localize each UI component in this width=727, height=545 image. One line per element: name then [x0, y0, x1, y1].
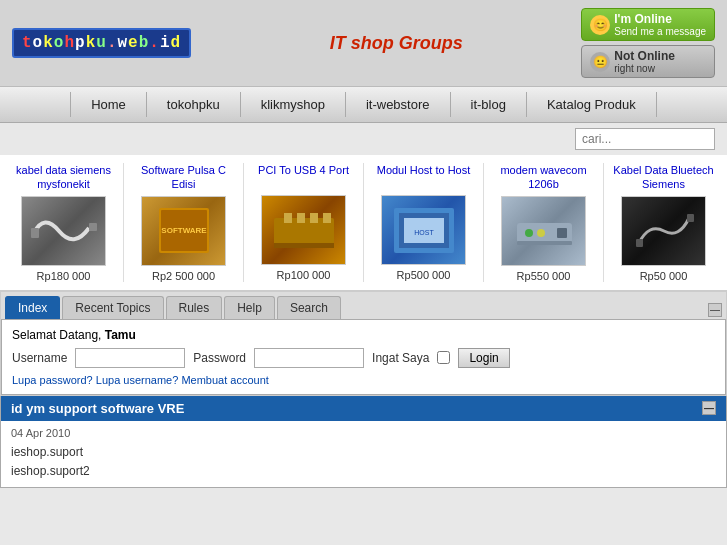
product-1[interactable]: Software Pulsa C Edisi SOFTWARE Rp2 500 … — [132, 163, 235, 282]
topic-user-0: ieshop.suport — [11, 443, 716, 462]
svg-rect-20 — [636, 239, 643, 247]
svg-rect-10 — [323, 213, 331, 223]
product-title-1: Software Pulsa C Edisi — [132, 163, 235, 192]
svg-rect-7 — [284, 213, 292, 223]
tab-help[interactable]: Help — [224, 296, 275, 319]
product-title-4: modem wavecom 1206b — [492, 163, 595, 192]
svg-rect-19 — [557, 228, 567, 238]
product-price-2: Rp100 000 — [252, 269, 355, 281]
forgot-password-link[interactable]: Lupa password? — [12, 374, 93, 386]
topic-section: id ym support software VRE — 04 Apr 2010… — [0, 396, 727, 488]
product-0[interactable]: kabel data siemens mysfonekit Rp180 000 — [12, 163, 115, 282]
topic-header: id ym support software VRE — — [1, 396, 726, 421]
search-input[interactable] — [575, 128, 715, 150]
svg-rect-9 — [310, 213, 318, 223]
product-title-5: Kabel Data Bluetech Siemens — [612, 163, 715, 192]
product-price-4: Rp550 000 — [492, 270, 595, 282]
password-input[interactable] — [254, 348, 364, 368]
forgot-links: Lupa password? Lupa username? Membuat ac… — [12, 374, 715, 386]
forum-content: Selamat Datang, Tamu Username Password I… — [1, 319, 726, 395]
online-label: I'm Online Send me a message — [614, 12, 706, 37]
remember-label: Ingat Saya — [372, 351, 429, 365]
svg-rect-6 — [274, 243, 334, 248]
products-grid: kabel data siemens mysfonekit Rp180 000 … — [12, 163, 715, 282]
online-icon: 😊 — [590, 15, 610, 35]
nav-it-blog[interactable]: it-blog — [451, 92, 527, 117]
product-price-3: Rp500 000 — [372, 269, 475, 281]
forum-tabs: Index Recent Topics Rules Help Search — — [1, 292, 726, 319]
welcome-user: Tamu — [105, 328, 136, 342]
tab-rules[interactable]: Rules — [166, 296, 223, 319]
product-img-3: HOST — [381, 195, 466, 265]
forum-section: Index Recent Topics Rules Help Search — … — [0, 291, 727, 396]
tab-search[interactable]: Search — [277, 296, 341, 319]
svg-text:HOST: HOST — [414, 229, 434, 236]
product-price-1: Rp2 500 000 — [132, 270, 235, 282]
product-4[interactable]: modem wavecom 1206b Rp550 000 — [492, 163, 595, 282]
nav-bar: Home tokohpku klikmyshop it-webstore it-… — [0, 87, 727, 123]
divider-4 — [603, 163, 604, 282]
welcome-text: Selamat Datang, Tamu — [12, 328, 715, 342]
status-buttons: 😊 I'm Online Send me a message 😐 Not Onl… — [581, 8, 715, 78]
offline-icon: 😐 — [590, 52, 610, 72]
tab-index[interactable]: Index — [5, 296, 60, 319]
product-img-1: SOFTWARE — [141, 196, 226, 266]
svg-point-18 — [537, 229, 545, 237]
nav-tokohpku[interactable]: tokohpku — [147, 92, 241, 117]
forgot-username-link[interactable]: Lupa username? — [96, 374, 179, 386]
username-input[interactable] — [75, 348, 185, 368]
username-label: Username — [12, 351, 67, 365]
product-title-2: PCI To USB 4 Port — [252, 163, 355, 191]
topic-user-1: ieshop.suport2 — [11, 462, 716, 481]
product-img-5 — [621, 196, 706, 266]
svg-text:SOFTWARE: SOFTWARE — [161, 226, 207, 235]
product-price-0: Rp180 000 — [12, 270, 115, 282]
divider-0 — [123, 163, 124, 282]
login-row: Username Password Ingat Saya Login — [12, 348, 715, 368]
nav-katalog[interactable]: Katalog Produk — [527, 92, 657, 117]
divider-3 — [483, 163, 484, 282]
logo-text: tokohpku.web.id — [22, 34, 181, 52]
products-section: kabel data siemens mysfonekit Rp180 000 … — [0, 155, 727, 291]
logo[interactable]: tokohpku.web.id — [12, 28, 191, 58]
svg-rect-0 — [31, 228, 39, 238]
remember-checkbox[interactable] — [437, 351, 450, 364]
topic-body: 04 Apr 2010 ieshop.suport ieshop.suport2 — [1, 421, 726, 487]
make-account-link[interactable]: Membuat account — [181, 374, 268, 386]
product-3[interactable]: Modul Host to Host HOST Rp500 000 — [372, 163, 475, 281]
topic-date: 04 Apr 2010 — [11, 427, 716, 439]
forum-minimize-btn[interactable]: — — [708, 303, 722, 317]
offline-button[interactable]: 😐 Not Online right now — [581, 45, 715, 78]
product-price-5: Rp50 000 — [612, 270, 715, 282]
online-button[interactable]: 😊 I'm Online Send me a message — [581, 8, 715, 41]
login-button[interactable]: Login — [458, 348, 509, 368]
tagline: IT shop Groups — [191, 33, 581, 54]
product-img-0 — [21, 196, 106, 266]
nav-klikmyshop[interactable]: klikmyshop — [241, 92, 346, 117]
svg-rect-1 — [89, 223, 97, 231]
offline-label: Not Online right now — [614, 49, 675, 74]
topic-minimize-btn[interactable]: — — [702, 401, 716, 415]
nav-home[interactable]: Home — [70, 92, 147, 117]
tab-recent-topics[interactable]: Recent Topics — [62, 296, 163, 319]
search-bar — [0, 123, 727, 155]
svg-rect-21 — [687, 214, 694, 222]
divider-1 — [243, 163, 244, 282]
product-2[interactable]: PCI To USB 4 Port Rp100 000 — [252, 163, 355, 281]
svg-rect-8 — [297, 213, 305, 223]
nav-it-webstore[interactable]: it-webstore — [346, 92, 451, 117]
product-title-3: Modul Host to Host — [372, 163, 475, 191]
product-title-0: kabel data siemens mysfonekit — [12, 163, 115, 192]
svg-rect-16 — [517, 241, 572, 245]
header: tokohpku.web.id IT shop Groups 😊 I'm Onl… — [0, 0, 727, 87]
topic-title: id ym support software VRE — [11, 401, 184, 416]
product-img-2 — [261, 195, 346, 265]
password-label: Password — [193, 351, 246, 365]
divider-2 — [363, 163, 364, 282]
product-img-4 — [501, 196, 586, 266]
svg-point-17 — [525, 229, 533, 237]
product-5[interactable]: Kabel Data Bluetech Siemens Rp50 000 — [612, 163, 715, 282]
